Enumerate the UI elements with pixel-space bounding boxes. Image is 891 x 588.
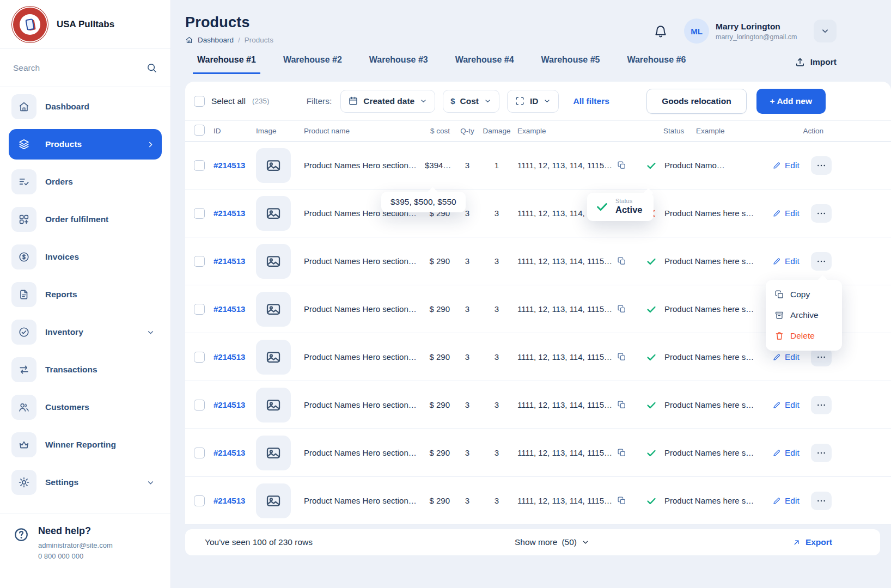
row-more-button[interactable]	[811, 396, 832, 414]
edit-button[interactable]: Edit	[765, 400, 806, 410]
status-tooltip-value: Active	[615, 205, 643, 215]
show-more-button[interactable]: Show more (50)	[515, 537, 590, 547]
sidebar: USA Pulltabs DashboardProductsOrdersOrde…	[0, 0, 171, 588]
sidebar-item-settings[interactable]: Settings	[9, 467, 162, 498]
copy-icon[interactable]	[617, 400, 626, 409]
tab-warehouse-3[interactable]: Warehouse #3	[365, 51, 432, 74]
row-checkbox[interactable]	[194, 352, 205, 363]
copy-icon[interactable]	[617, 161, 626, 170]
row-checkbox[interactable]	[194, 160, 205, 171]
context-menu-item-delete[interactable]: Delete	[766, 326, 842, 346]
status-check-icon	[595, 199, 609, 214]
copy-icon[interactable]	[617, 304, 626, 314]
product-example: 1111, 12, 113, 114, 1115…	[517, 352, 612, 362]
sidebar-item-inventory[interactable]: Inventory	[9, 317, 162, 347]
row-id-link[interactable]: #214513	[213, 209, 256, 218]
sidebar-item-products[interactable]: Products	[9, 129, 162, 160]
help-email[interactable]: administrator@site.com	[38, 541, 113, 549]
product-example-2: Product Names here som…	[664, 256, 765, 266]
select-all-checkbox[interactable]	[194, 96, 205, 107]
row-id-link[interactable]: #214513	[213, 400, 256, 409]
search-input[interactable]	[13, 63, 141, 73]
product-cost: $ 290	[425, 448, 455, 457]
row-checkbox[interactable]	[194, 400, 205, 411]
context-menu-item-archive[interactable]: Archive	[766, 305, 842, 326]
product-name: Product Names Hero section…	[304, 161, 425, 170]
bell-icon[interactable]	[654, 24, 668, 38]
col-qty: Q-ty	[455, 127, 479, 135]
home-icon	[185, 36, 193, 44]
tab-warehouse-4[interactable]: Warehouse #4	[451, 51, 518, 74]
sidebar-item-label: Transactions	[45, 365, 155, 375]
user-menu-button[interactable]	[814, 20, 837, 42]
cost-filter[interactable]: $ Cost	[443, 90, 499, 113]
brand-logo	[12, 7, 48, 42]
sidebar-item-orders[interactable]: Orders	[9, 167, 162, 197]
product-example-2: Product Names here som…	[664, 496, 765, 505]
help-phone[interactable]: 0 800 000 000	[38, 552, 113, 560]
row-id-link[interactable]: #214513	[213, 304, 256, 314]
all-filters-link[interactable]: All filters	[573, 96, 609, 106]
row-checkbox[interactable]	[194, 448, 205, 458]
breadcrumb-dashboard[interactable]: Dashboard	[198, 36, 234, 44]
sidebar-item-reports[interactable]: Reports	[9, 279, 162, 310]
product-qty: 3	[455, 352, 479, 362]
tab-warehouse-2[interactable]: Warehouse #2	[279, 51, 346, 74]
row-more-button[interactable]	[811, 156, 832, 175]
row-id-link[interactable]: #214513	[213, 256, 256, 266]
row-id-link[interactable]: #214513	[213, 161, 256, 170]
row-more-button[interactable]	[811, 252, 832, 271]
row-more-button[interactable]	[811, 444, 832, 462]
ellipsis-icon	[816, 352, 827, 363]
top-bar: Products Dashboard / Products ML Marry L…	[185, 0, 891, 44]
edit-button[interactable]: Edit	[765, 352, 806, 362]
sidebar-item-dashboard[interactable]: Dashboard	[9, 91, 162, 122]
search-bar[interactable]	[0, 49, 170, 87]
dollar-circle-icon	[18, 251, 30, 263]
sidebar-item-invoices[interactable]: Invoices	[9, 242, 162, 272]
tab-warehouse-5[interactable]: Warehouse #5	[537, 51, 605, 74]
sidebar-item-label: Orders	[45, 177, 155, 187]
row-more-button[interactable]	[811, 204, 832, 223]
row-id-link[interactable]: #214513	[213, 352, 256, 362]
row-id-link[interactable]: #214513	[213, 496, 256, 505]
avatar[interactable]: ML	[684, 19, 709, 44]
cards-icon	[25, 18, 34, 30]
sidebar-item-order-fulfilment[interactable]: Order fulfilment	[9, 204, 162, 235]
edit-button[interactable]: Edit	[765, 448, 806, 458]
tab-warehouse-1[interactable]: Warehouse #1	[193, 51, 260, 74]
copy-icon[interactable]	[617, 256, 626, 266]
row-checkbox[interactable]	[194, 304, 205, 315]
row-more-button[interactable]	[811, 492, 832, 510]
brand-header: USA Pulltabs	[0, 0, 170, 49]
copy-icon[interactable]	[617, 496, 626, 505]
row-checkbox[interactable]	[194, 208, 205, 219]
add-new-button[interactable]: + Add new	[756, 89, 826, 114]
row-checkbox[interactable]	[194, 495, 205, 506]
product-damage: 3	[479, 209, 514, 218]
copy-icon[interactable]	[617, 352, 626, 362]
sidebar-item-winner-reporting[interactable]: Winner Reporting	[9, 430, 162, 460]
row-checkbox[interactable]	[194, 256, 205, 267]
tab-warehouse-6[interactable]: Warehouse #6	[623, 51, 690, 74]
export-button[interactable]: Export	[792, 537, 832, 547]
id-filter[interactable]: ID	[507, 90, 559, 113]
header-checkbox[interactable]	[194, 125, 205, 136]
goods-relocation-button[interactable]: Goods relocation	[646, 89, 746, 114]
sidebar-item-transactions[interactable]: Transactions	[9, 354, 162, 385]
created-date-filter[interactable]: Created date	[340, 90, 435, 113]
product-name: Product Names Hero section…	[304, 256, 425, 266]
context-menu-item-copy[interactable]: Copy	[766, 284, 842, 305]
sidebar-item-customers[interactable]: Customers	[9, 392, 162, 422]
import-button[interactable]: Import	[795, 57, 837, 74]
row-id-link[interactable]: #214513	[213, 448, 256, 457]
edit-button[interactable]: Edit	[765, 209, 806, 218]
search-icon[interactable]	[146, 62, 157, 74]
user-email: marry_lorington@gmail.cm	[716, 33, 807, 41]
help-title: Need help?	[38, 525, 113, 537]
copy-icon[interactable]	[617, 448, 626, 457]
breadcrumb-separator: /	[238, 36, 240, 44]
edit-button[interactable]: Edit	[765, 496, 806, 506]
edit-button[interactable]: Edit	[765, 161, 806, 170]
edit-button[interactable]: Edit	[765, 256, 806, 266]
